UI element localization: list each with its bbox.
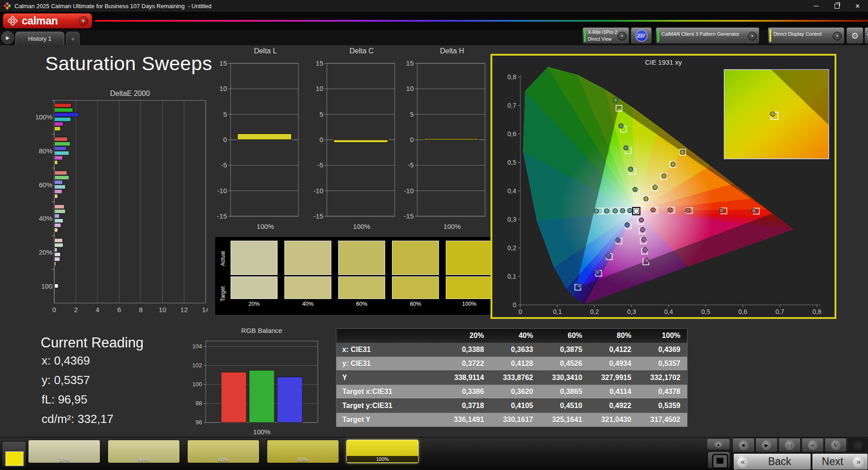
display-control-dropdown[interactable]: Direct Display Control ▼ [768,27,844,44]
add-tab-button[interactable]: + [66,32,80,45]
table-row-label: Y [336,371,442,385]
svg-text:0,2: 0,2 [590,308,599,315]
continuous-measure-button[interactable]: ∞ [802,438,824,452]
transport-slot [848,438,868,452]
svg-text:0: 0 [52,306,56,313]
table-row-label: y: CIE31 [336,357,442,371]
play-button[interactable]: ▶ [755,438,778,452]
cie-measured-point [604,209,609,213]
patch-button-20[interactable]: 20% [28,440,100,463]
rainbow-divider [95,20,868,22]
actual-swatch [446,241,493,275]
table-cell: 0,4922 [589,399,638,413]
measurement-table: 20%40%60%80%100%x: CIE310,33880,36330,38… [336,328,688,427]
table-cell: 0,4114 [589,385,638,399]
patch-button-60[interactable]: 60% [187,440,259,463]
patch-label: 40% [108,457,179,462]
table-cell: 333,8762 [491,371,540,385]
cie-measured-point [620,209,625,213]
restore-button[interactable] [826,0,847,12]
table-cell: 0,3388 [442,343,491,357]
cie-measured-point [686,208,690,213]
svg-text:104: 104 [192,343,202,350]
tab-history-1[interactable]: History 1 [15,32,64,45]
plus-icon: + [71,35,75,43]
deltae-chart-title: DeltaE 2000 [54,90,206,98]
pattern-window-button[interactable] [708,451,730,469]
swatch-label: 80% [392,301,439,307]
swatch-column: 40% [284,237,331,315]
swatch-label: 100% [446,301,493,307]
patch-button-40[interactable]: 40% [108,440,180,463]
deltae-group-label: 60% [39,181,52,189]
cie-1931-panel[interactable]: CIE 1931 xy 0,80,70,60,50,40,30,20,1000,… [491,54,836,319]
target-swatch [338,276,385,299]
svg-text:-15: -15 [404,212,414,220]
cie-measured-point [651,208,656,212]
svg-text:96: 96 [196,419,202,426]
meter-status-strip [584,29,586,42]
current-reading-fl: fL: 96,95 [42,393,87,407]
svg-text:0,7: 0,7 [775,308,784,315]
svg-text:15: 15 [219,59,227,67]
refresh-button[interactable]: ↻ [825,438,847,452]
close-button[interactable]: ✕ [847,0,868,12]
single-measure-button[interactable]: [··] [778,438,801,452]
svg-text:0,2: 0,2 [508,244,517,252]
cie-measured-point [719,208,724,213]
cie-measured-point [641,228,645,232]
table-row-label: Target x:CIE31 [336,385,442,399]
current-patch-button[interactable] [2,441,26,467]
meter-count-button[interactable]: 237 [631,27,652,44]
cie-measured-point [680,150,684,155]
patch-button-100[interactable]: 100% [346,440,419,463]
svg-text:0,8: 0,8 [508,73,517,81]
calman-logo-text: calman [22,14,58,28]
table-cell: 0,3386 [442,385,491,399]
table-cell: 330,1617 [491,413,540,427]
table-cell: 0,3875 [540,343,589,357]
table-column-header: 80% [589,329,638,343]
svg-text:15: 15 [406,59,414,67]
back-button-label: Back [749,456,811,468]
gear-icon: ⚙ [851,30,859,41]
svg-text:10: 10 [316,85,323,92]
table-row-label: Target y:CIE31 [336,399,442,413]
table-cell: 0,3633 [491,343,540,357]
next-button[interactable]: Next » [812,453,868,470]
actual-swatch [231,241,278,275]
svg-text:5: 5 [223,110,227,118]
table-cell: 0,4369 [638,343,687,357]
stop-button[interactable]: ■ [732,438,755,452]
patch-button-80[interactable]: 80% [267,440,339,463]
calman-menu-button[interactable]: calman ▼ [3,13,92,28]
table-cell: 317,4502 [638,413,687,427]
tab-scroll-button[interactable]: ▶ [1,31,14,44]
svg-text:6: 6 [117,306,121,313]
table-cell: 0,4122 [589,343,638,357]
expand-panel-button[interactable]: ▲ [707,438,730,450]
display-status-strip [769,29,771,42]
svg-text:0: 0 [410,136,414,143]
cie-measured-point [628,167,633,171]
cie-measured-point [644,197,648,201]
svg-text:4: 4 [96,306,99,313]
meter-dropdown[interactable]: X-Rite i1Pro 2 Direct View ▼ [582,27,629,44]
cie-measured-point [606,253,610,258]
pattern-generator-dropdown[interactable]: CalMAN Client 3 Pattern Generator ▼ [656,27,760,44]
svg-text:0,4: 0,4 [508,187,517,195]
cie-measured-point [616,237,620,242]
play-icon: ▶ [762,440,772,450]
cie-measured-point [643,247,647,252]
rgb-balance-chart: 1041021009896 [188,337,321,427]
collapse-toolbar-button[interactable]: ◀ [864,27,868,44]
delta-c-title: Delta C [328,47,396,55]
back-button[interactable]: « Back [733,453,811,470]
settings-button[interactable]: ⚙ [846,27,863,44]
table-cell: 330,3410 [540,371,589,385]
cie-measured-point [653,185,657,190]
chevron-double-left-icon: « [737,456,749,468]
svg-text:0,5: 0,5 [508,159,517,166]
cie-measured-point [619,123,623,128]
minimize-button[interactable] [806,0,826,12]
